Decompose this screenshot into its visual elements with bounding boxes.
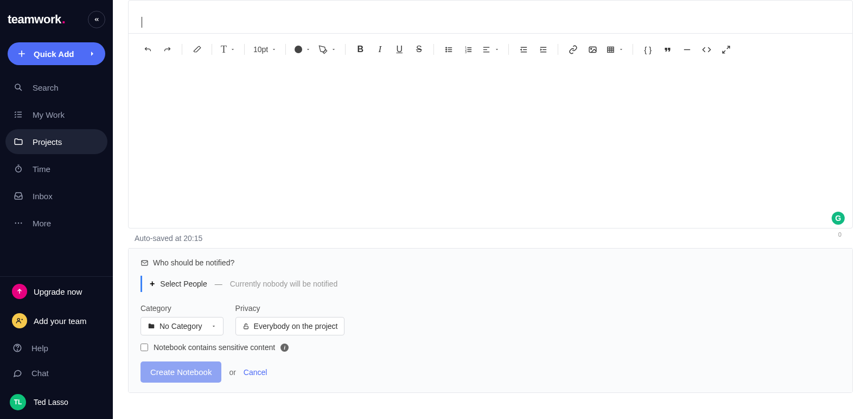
sidebar-addteam-label: Add your team [34, 316, 87, 326]
cancel-link[interactable]: Cancel [244, 368, 267, 377]
char-count: 0 [838, 231, 841, 238]
svg-line-1 [20, 88, 22, 91]
font-size-dropdown[interactable]: 10pt [251, 45, 279, 54]
link-button[interactable] [565, 41, 581, 58]
upgrade-icon [12, 284, 27, 299]
list-check-icon [14, 110, 23, 119]
notify-section: Who should be notified? + Select People … [129, 248, 852, 392]
strikethrough-icon: S [416, 45, 422, 54]
link-icon [569, 45, 578, 54]
svg-point-9 [18, 223, 19, 224]
sidebar-upgrade-button[interactable]: Upgrade now [0, 277, 113, 306]
sensitive-checkbox[interactable] [141, 344, 148, 351]
font-style-dropdown[interactable]: T [219, 44, 238, 55]
svg-line-47 [723, 50, 725, 53]
sidebar-user-menu[interactable]: TL Ted Lasso [0, 385, 113, 419]
text-color-dropdown[interactable] [292, 46, 313, 53]
table-icon [606, 45, 615, 54]
italic-button[interactable]: I [372, 41, 388, 58]
editor-toolbar: T 10pt B I U S 123 [129, 33, 852, 65]
select-people-label: Select People [160, 280, 207, 288]
sidebar-item-mywork[interactable]: My Work [5, 102, 107, 127]
align-dropdown[interactable] [480, 45, 502, 54]
italic-icon: I [378, 44, 381, 55]
privacy-dropdown[interactable]: Everybody on the project [235, 317, 345, 335]
sidebar-item-search[interactable]: Search [5, 75, 107, 100]
plus-icon: + [150, 279, 155, 289]
user-name: Ted Lasso [34, 398, 68, 407]
category-label: Category [141, 304, 224, 313]
sidebar-upgrade-label: Upgrade now [34, 287, 82, 296]
sidebar-item-label: My Work [33, 110, 65, 119]
indent-button[interactable] [535, 41, 551, 58]
chevron-down-icon [271, 47, 277, 52]
image-button[interactable] [584, 41, 601, 58]
sidebar-item-label: Inbox [33, 192, 53, 201]
braces-icon: { } [644, 45, 652, 54]
quick-add-button[interactable]: Quick Add [8, 42, 105, 65]
svg-point-12 [17, 319, 20, 321]
sidebar: teamwork. Quick Add Search My Work Proje… [0, 0, 113, 419]
svg-point-8 [15, 223, 16, 224]
fullscreen-button[interactable] [718, 41, 734, 58]
text-format-icon: T [221, 44, 227, 55]
add-team-icon [12, 313, 27, 328]
grammarly-badge[interactable]: G [832, 212, 845, 225]
quick-add-label: Quick Add [34, 49, 74, 59]
clear-format-button[interactable] [189, 41, 205, 58]
code-block-button[interactable]: { } [640, 41, 656, 58]
highlighter-icon [318, 45, 328, 54]
indent-icon [539, 45, 548, 54]
help-icon [12, 343, 22, 353]
bold-button[interactable]: B [352, 41, 368, 58]
editor-body[interactable]: G 0 [129, 65, 852, 228]
font-size-value: 10pt [253, 45, 268, 54]
underline-button[interactable]: U [391, 41, 407, 58]
svg-point-39 [590, 48, 591, 49]
chat-icon [12, 368, 22, 378]
sidebar-item-more[interactable]: More [5, 211, 107, 236]
chevron-down-icon [211, 323, 216, 329]
svg-point-0 [15, 84, 20, 89]
outdent-button[interactable] [515, 41, 532, 58]
sidebar-collapse-button[interactable] [88, 11, 105, 28]
underline-icon: U [396, 45, 403, 54]
strikethrough-button[interactable]: S [411, 41, 427, 58]
number-list-icon: 123 [464, 45, 473, 54]
dots-icon [14, 218, 23, 228]
sidebar-item-label: Projects [33, 137, 62, 147]
mail-icon [141, 259, 149, 267]
outdent-icon [519, 45, 528, 54]
svg-line-46 [727, 46, 730, 49]
bullet-list-button[interactable] [441, 41, 457, 58]
sidebar-item-inbox[interactable]: Inbox [5, 183, 107, 208]
info-icon[interactable]: i [280, 344, 289, 352]
table-dropdown[interactable] [604, 45, 626, 54]
sidebar-item-chat[interactable]: Chat [0, 360, 113, 385]
inbox-icon [14, 191, 23, 201]
code-view-button[interactable] [698, 41, 714, 58]
code-icon [702, 45, 711, 54]
hr-button[interactable] [679, 41, 695, 58]
category-dropdown[interactable]: No Category [141, 317, 224, 335]
chevron-down-icon [305, 47, 311, 52]
category-value: No Category [159, 322, 202, 331]
quote-button[interactable] [659, 41, 675, 58]
lock-open-icon [242, 323, 250, 330]
select-people-button[interactable]: + Select People — Currently nobody will … [141, 276, 840, 292]
editor-content-area[interactable] [129, 1, 852, 33]
svg-point-18 [446, 49, 446, 49]
folder-icon [14, 137, 23, 147]
or-text: or [229, 368, 235, 377]
chevron-down-icon [494, 47, 500, 52]
highlight-dropdown[interactable] [316, 45, 339, 54]
number-list-button[interactable]: 123 [460, 41, 476, 58]
sidebar-addteam-button[interactable]: Add your team [0, 306, 113, 335]
redo-button[interactable] [159, 41, 175, 58]
sidebar-item-projects[interactable]: Projects [5, 129, 107, 154]
create-notebook-button[interactable]: Create Notebook [141, 361, 221, 383]
sidebar-item-help[interactable]: Help [0, 335, 113, 360]
svg-rect-49 [244, 326, 248, 328]
sidebar-item-time[interactable]: Time [5, 156, 107, 181]
undo-button[interactable] [139, 41, 156, 58]
